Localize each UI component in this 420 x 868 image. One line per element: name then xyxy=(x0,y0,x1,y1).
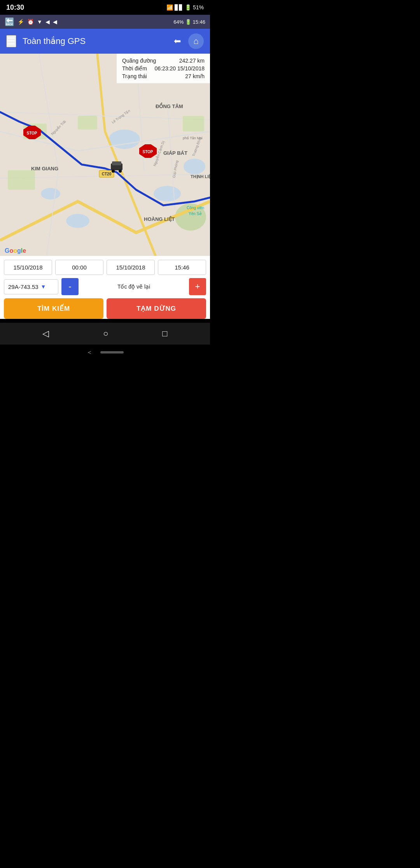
dropdown-arrow-icon: ▼ xyxy=(41,284,46,290)
distance-row: Quãng đường 242.27 km xyxy=(122,57,205,65)
svg-text:Yên Sở: Yên Sở xyxy=(189,212,202,216)
home-button[interactable]: ⌂ xyxy=(188,33,204,49)
end-time-field[interactable]: 15:46 xyxy=(158,260,206,275)
gesture-back-icon: ＜ xyxy=(86,348,93,357)
map-svg: ĐỒNG TÂM KIM GIANG GIÁP BÁT THỊNH LIỆT H… xyxy=(0,54,210,256)
status-bar: 10:30 📶 ▊▊ 🔋 51% xyxy=(0,0,210,15)
nav-home-button[interactable]: ○ xyxy=(99,325,112,343)
svg-point-32 xyxy=(112,170,115,173)
inner-status-left: 🔙 ⚡ ⏰ ▼ ◀ ◀ xyxy=(5,17,57,26)
svg-text:KIM GIANG: KIM GIANG xyxy=(31,166,58,172)
svg-point-5 xyxy=(184,159,205,174)
nav-back-button[interactable]: ◁ xyxy=(38,325,53,343)
svg-rect-31 xyxy=(112,161,121,165)
menu-button[interactable]: ☰ xyxy=(6,35,16,47)
svg-text:HOÀNG LIỆT: HOÀNG LIỆT xyxy=(144,216,175,222)
lte-icon: ◀ xyxy=(46,19,50,25)
svg-point-4 xyxy=(41,188,60,200)
lte2-icon: ◀ xyxy=(53,19,57,25)
nav-recent-button[interactable]: □ xyxy=(158,325,171,343)
app-title: Toàn thắng GPS xyxy=(23,36,166,46)
gesture-bar: ＜ xyxy=(0,345,210,360)
map-container[interactable]: ĐỒNG TÂM KIM GIANG GIÁP BÁT THỊNH LIỆT H… xyxy=(0,54,210,256)
svg-text:STOP: STOP xyxy=(26,131,37,135)
svg-point-33 xyxy=(119,170,122,173)
info-overlay: Quãng đường 242.27 km Thời điểm 06:23:20… xyxy=(117,54,210,83)
svg-text:STOP: STOP xyxy=(142,150,153,154)
start-date-field[interactable]: 15/10/2018 xyxy=(4,260,52,275)
svg-text:CT20: CT20 xyxy=(102,172,112,176)
svg-text:GIÁP BÁT: GIÁP BÁT xyxy=(163,150,187,156)
svg-text:Công viên: Công viên xyxy=(187,206,204,210)
svg-text:Google: Google xyxy=(5,247,26,254)
signal2-icon: ▼ xyxy=(37,19,42,25)
inner-battery-percent: 64% 🔋 15:46 xyxy=(173,19,205,25)
svg-point-3 xyxy=(66,214,89,228)
status-value: 27 km/h xyxy=(185,73,205,79)
status-row: Trạng thái 27 km/h xyxy=(122,72,205,80)
speed-minus-button[interactable]: - xyxy=(61,278,79,295)
bottom-nav: ◁ ○ □ xyxy=(0,323,210,345)
controls-area: 15/10/2018 00:00 15/10/2018 15:46 29A-74… xyxy=(0,256,210,319)
time-value: 06:23:20 15/10/2018 xyxy=(155,65,205,72)
bluetooth-icon: ⚡ xyxy=(18,19,24,25)
speed-label: Tốc độ vẽ lại xyxy=(82,284,186,290)
time-label: Thời điểm xyxy=(122,65,147,72)
gesture-pill xyxy=(100,351,124,354)
svg-rect-10 xyxy=(8,170,35,190)
search-button[interactable]: TÌM KIẾM xyxy=(4,298,103,319)
alarm-icon: ⏰ xyxy=(27,19,34,25)
vehicle-id: 29A-743.53 xyxy=(8,284,38,290)
status-label: Trạng thái xyxy=(122,73,147,79)
svg-text:THỊNH LIỆT: THỊNH LIỆT xyxy=(191,174,210,179)
svg-text:ĐỒNG TÂM: ĐỒNG TÂM xyxy=(156,102,183,109)
signal-icon: ▊▊ xyxy=(175,4,183,10)
back-button[interactable]: ⬅ xyxy=(170,33,185,49)
svg-rect-9 xyxy=(183,116,204,131)
app-header: ☰ Toàn thắng GPS ⬅ ⌂ xyxy=(0,29,210,54)
battery-icon: 🔋 xyxy=(185,4,191,10)
vehicle-row: 29A-743.53 ▼ - Tốc độ vẽ lại + xyxy=(4,278,206,295)
vehicle-select[interactable]: 29A-743.53 ▼ xyxy=(4,279,58,294)
svg-point-2 xyxy=(154,186,181,201)
action-row: TÌM KIẾM TẠM DỪNG xyxy=(4,298,206,319)
end-date-field[interactable]: 15/10/2018 xyxy=(107,260,155,275)
distance-label: Quãng đường xyxy=(122,58,156,64)
status-icons: 📶 ▊▊ 🔋 51% xyxy=(166,4,204,10)
svg-rect-8 xyxy=(78,116,97,130)
status-time: 10:30 xyxy=(6,4,24,12)
wifi-icon: 📶 xyxy=(166,4,173,10)
distance-value: 242.27 km xyxy=(179,58,205,64)
inner-status-bar: 🔙 ⚡ ⏰ ▼ ◀ ◀ 64% 🔋 15:46 xyxy=(0,15,210,29)
time-row: Thời điểm 06:23:20 15/10/2018 xyxy=(122,65,205,72)
speed-plus-button[interactable]: + xyxy=(189,278,206,295)
inner-back-icon[interactable]: 🔙 xyxy=(5,17,14,26)
datetime-row: 15/10/2018 00:00 15/10/2018 15:46 xyxy=(4,260,206,275)
pause-button[interactable]: TẠM DỪNG xyxy=(107,298,206,319)
start-time-field[interactable]: 00:00 xyxy=(55,260,103,275)
battery-percent: 51% xyxy=(193,4,204,10)
inner-status-right: 64% 🔋 15:46 xyxy=(173,19,205,25)
